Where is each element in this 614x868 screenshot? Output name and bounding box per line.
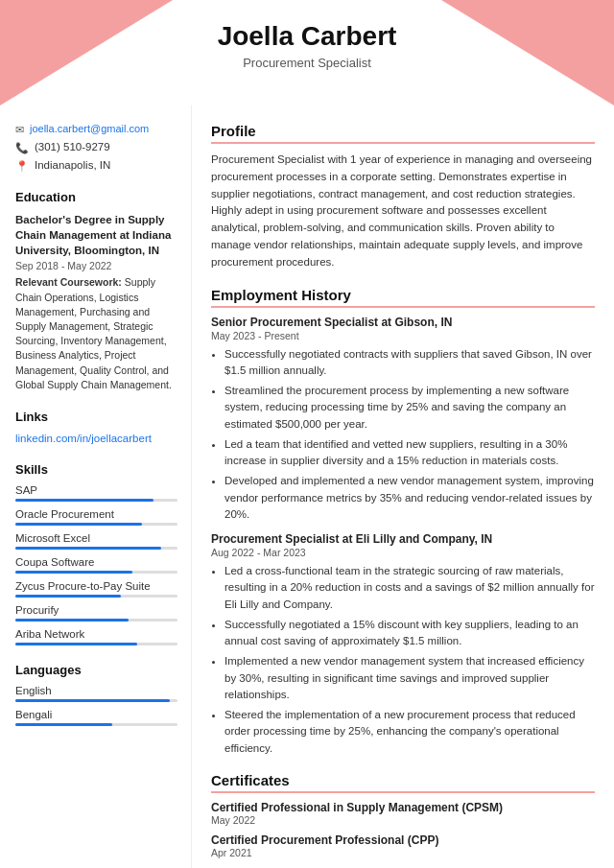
languages-title: Languages [15, 663, 177, 677]
skill-item: Ariba Network [15, 628, 177, 645]
cert-date: Apr 2021 [211, 847, 595, 858]
lang-bar-fill [15, 723, 112, 726]
cert-item: Certified Procurement Professional (CPP)… [211, 833, 595, 858]
skill-bar-bg [15, 547, 177, 550]
profile-title: Profile [211, 123, 595, 144]
job-title: Senior Procurement Specialist at Gibson,… [211, 316, 595, 329]
languages-list: English Bengali [15, 685, 177, 726]
language-name: Bengali [15, 709, 177, 720]
languages-section: Languages English Bengali [15, 663, 177, 726]
certificates-section: Certificates Certified Professional in S… [211, 772, 595, 858]
lang-bar-fill [15, 699, 170, 702]
links-title: Links [15, 410, 177, 424]
profile-text: Procurement Specialist with 1 year of ex… [211, 152, 595, 271]
job-date: Aug 2022 - Mar 2023 [211, 547, 595, 558]
contact-email: ✉ joella.carbert@gmail.com [15, 123, 177, 136]
job-bullet: Led a team that identified and vetted ne… [224, 436, 595, 470]
skill-name: SAP [15, 484, 177, 496]
skill-bar-bg [15, 523, 177, 526]
job-bullet: Implemented a new vendor management syst… [224, 653, 595, 703]
job-date: May 2023 - Present [211, 330, 595, 341]
contact-phone: 📞 (301) 510-9279 [15, 141, 177, 154]
coursework-label: Relevant Coursework: [15, 276, 122, 288]
job-bullet: Successfully negotiated a 15% discount w… [224, 617, 595, 650]
skill-bar-bg [15, 643, 177, 645]
skill-item: Oracle Procurement [15, 508, 177, 526]
skill-item: Coupa Software [15, 556, 177, 574]
language-item: Bengali [15, 709, 177, 726]
lang-bar-bg [15, 723, 177, 726]
coursework-text: Supply Chain Operations, Logistics Manag… [15, 276, 172, 390]
skill-name: Oracle Procurement [15, 508, 177, 520]
cert-name: Certified Professional in Supply Managem… [211, 801, 595, 814]
body-content: ✉ joella.carbert@gmail.com 📞 (301) 510-9… [0, 106, 614, 868]
skill-item: Microsoft Excel [15, 532, 177, 550]
skill-name: Microsoft Excel [15, 532, 177, 544]
skill-bar-fill [15, 547, 161, 550]
skill-bar-fill [15, 523, 142, 526]
candidate-name: Joella Carbert [0, 21, 614, 52]
skills-list: SAP Oracle Procurement Microsoft Excel C… [15, 484, 177, 645]
job-title: Procurement Specialist at Eli Lilly and … [211, 532, 595, 546]
edu-coursework: Relevant Coursework: Supply Chain Operat… [15, 275, 177, 392]
skill-name: Coupa Software [15, 556, 177, 568]
skill-item: Procurify [15, 604, 177, 622]
job-item: Procurement Specialist at Eli Lilly and … [211, 532, 595, 757]
job-bullet: Led a cross-functional team in the strat… [224, 563, 595, 613]
skill-bar-bg [15, 619, 177, 622]
edu-degree: Bachelor's Degree in Supply Chain Manage… [15, 212, 177, 258]
language-item: English [15, 685, 177, 702]
job-bullet: Streamlined the procurement process by i… [224, 383, 595, 433]
education-title: Education [15, 190, 177, 204]
skill-bar-bg [15, 499, 177, 502]
skill-bar-fill [15, 595, 121, 598]
skill-bar-bg [15, 595, 177, 598]
linkedin-link-item: linkedin.com/in/joellacarbert [15, 432, 177, 445]
skill-name: Zycus Procure-to-Pay Suite [15, 580, 177, 592]
sidebar: ✉ joella.carbert@gmail.com 📞 (301) 510-9… [0, 106, 192, 868]
job-bullet: Successfully negotiated contracts with s… [224, 346, 595, 380]
profile-section: Profile Procurement Specialist with 1 ye… [211, 123, 595, 271]
job-bullets: Led a cross-functional team in the strat… [211, 563, 595, 757]
phone-icon: 📞 [15, 142, 29, 154]
email-icon: ✉ [15, 124, 24, 136]
cert-name: Certified Procurement Professional (CPP) [211, 833, 595, 847]
candidate-title: Procurement Specialist [0, 56, 614, 70]
employment-title: Employment History [211, 287, 595, 308]
cert-item: Certified Professional in Supply Managem… [211, 801, 595, 826]
job-bullets: Successfully negotiated contracts with s… [211, 346, 595, 524]
location-text: Indianapolis, IN [35, 159, 110, 171]
job-bullet: Steered the implementation of a new proc… [224, 707, 595, 757]
contact-section: ✉ joella.carbert@gmail.com 📞 (301) 510-9… [15, 123, 177, 173]
skill-bar-bg [15, 571, 177, 574]
skill-bar-fill [15, 619, 129, 622]
cert-date: May 2022 [211, 814, 595, 826]
phone-text: (301) 510-9279 [35, 141, 110, 152]
jobs-list: Senior Procurement Specialist at Gibson,… [211, 316, 595, 757]
skill-bar-fill [15, 643, 137, 645]
language-name: English [15, 685, 177, 696]
skill-bar-fill [15, 499, 154, 502]
linkedin-link[interactable]: linkedin.com/in/joellacarbert [15, 433, 152, 444]
certificates-title: Certificates [211, 772, 595, 793]
skill-name: Procurify [15, 604, 177, 616]
links-section: Links linkedin.com/in/joellacarbert [15, 410, 177, 445]
certs-list: Certified Professional in Supply Managem… [211, 801, 595, 858]
header-text: Joella Carbert Procurement Specialist [0, 0, 614, 70]
skill-item: Zycus Procure-to-Pay Suite [15, 580, 177, 598]
job-bullet: Developed and implemented a new vendor m… [224, 473, 595, 523]
employment-section: Employment History Senior Procurement Sp… [211, 287, 595, 757]
email-link[interactable]: joella.carbert@gmail.com [30, 123, 149, 134]
contact-location: 📍 Indianapolis, IN [15, 159, 177, 173]
skills-section: Skills SAP Oracle Procurement Microsoft … [15, 462, 177, 645]
skill-name: Ariba Network [15, 628, 177, 640]
education-section: Education Bachelor's Degree in Supply Ch… [15, 190, 177, 392]
main-content: Profile Procurement Specialist with 1 ye… [192, 106, 614, 868]
edu-date: Sep 2018 - May 2022 [15, 260, 177, 271]
skill-bar-fill [15, 571, 132, 574]
header: Joella Carbert Procurement Specialist [0, 0, 614, 106]
job-item: Senior Procurement Specialist at Gibson,… [211, 316, 595, 524]
skill-item: SAP [15, 484, 177, 502]
skills-title: Skills [15, 462, 177, 477]
location-icon: 📍 [15, 160, 29, 173]
